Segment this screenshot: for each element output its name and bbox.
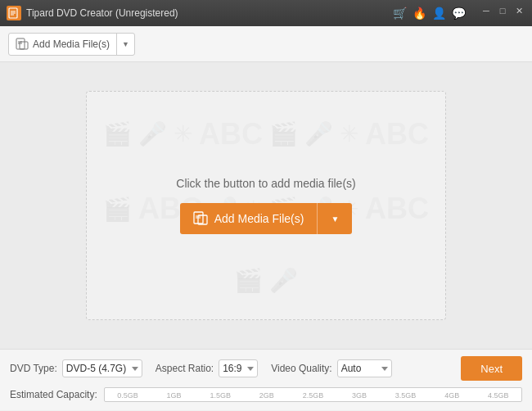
tick-1gb: 1GB: [151, 391, 197, 400]
dvd-type-select[interactable]: DVD-5 (4.7G) DVD-9 (8.5G): [62, 359, 142, 377]
dvd-type-label: DVD Type:: [10, 363, 57, 374]
drop-zone-dropdown-arrow[interactable]: ▼: [331, 215, 339, 224]
bottom-controls: DVD Type: DVD-5 (4.7G) DVD-9 (8.5G) Aspe…: [0, 349, 532, 410]
user-icon[interactable]: 👤: [431, 5, 447, 21]
aspect-ratio-select[interactable]: 16:9 4:3: [219, 359, 258, 377]
tick-4.5gb: 4.5GB: [475, 391, 521, 400]
tick-2.5gb: 2.5GB: [290, 391, 336, 400]
titlebar: Tipard DVD Creator (Unregistered) 🛒 🔥 👤 …: [0, 0, 532, 26]
video-quality-label: Video Quality:: [271, 363, 332, 374]
flame-icon[interactable]: 🔥: [411, 5, 427, 21]
tick-1.5gb: 1.5GB: [197, 391, 244, 400]
tick-0.5gb: 0.5GB: [105, 391, 151, 400]
tick-3gb: 3GB: [336, 391, 383, 400]
next-button[interactable]: Next: [461, 356, 522, 381]
maximize-button[interactable]: □: [496, 5, 509, 16]
capacity-row: Estimated Capacity: 0.5GB 1GB 1.5GB 2GB …: [10, 387, 522, 402]
aspect-ratio-label: Aspect Ratio:: [156, 363, 214, 374]
drop-zone: 🎬🎤✳ABC🎬🎤✳ ABC🎬ABC 🎤✳🎬🎤 ✳ABC🎬🎤 Click the …: [86, 91, 446, 320]
drop-zone-add-label: Add Media File(s): [214, 212, 304, 225]
drop-prompt-text: Click the button to add media file(s): [176, 177, 355, 190]
main-content: 🎬🎤✳ABC🎬🎤✳ ABC🎬ABC 🎤✳🎬🎤 ✳ABC🎬🎤 Click the …: [0, 62, 532, 349]
btn-divider: [317, 203, 318, 234]
tick-4gb: 4GB: [429, 391, 476, 400]
add-media-file-button[interactable]: Add Media File(s) ▼: [8, 33, 135, 56]
titlebar-controls: 🛒 🔥 👤 💬 ─ □ ✕: [391, 5, 525, 21]
chat-icon[interactable]: 💬: [450, 5, 467, 21]
close-button[interactable]: ✕: [512, 5, 525, 16]
tick-3.5gb: 3.5GB: [382, 391, 429, 400]
video-quality-select[interactable]: Auto High Medium Low: [337, 359, 392, 377]
minimize-button[interactable]: ─: [480, 5, 493, 16]
add-media-main[interactable]: Add Media File(s): [9, 34, 117, 55]
drop-zone-media-icon: [193, 211, 208, 226]
svg-rect-5: [20, 42, 28, 49]
add-media-dropdown-arrow[interactable]: ▼: [117, 34, 134, 55]
aspect-ratio-group: Aspect Ratio: 16:9 4:3: [156, 359, 258, 377]
video-quality-group: Video Quality: Auto High Medium Low: [271, 359, 392, 377]
app-logo: [7, 6, 21, 20]
add-media-label: Add Media File(s): [33, 38, 110, 50]
dvd-type-group: DVD Type: DVD-5 (4.7G) DVD-9 (8.5G): [10, 359, 142, 377]
tick-2gb: 2GB: [244, 391, 291, 400]
controls-row: DVD Type: DVD-5 (4.7G) DVD-9 (8.5G) Aspe…: [10, 356, 522, 381]
app-title: Tipard DVD Creator (Unregistered): [26, 7, 178, 19]
capacity-label: Estimated Capacity:: [10, 389, 97, 400]
capacity-bar: 0.5GB 1GB 1.5GB 2GB 2.5GB 3GB 3.5GB 4GB …: [104, 387, 522, 402]
cart-icon[interactable]: 🛒: [391, 5, 408, 21]
media-file-icon: [16, 38, 29, 51]
titlebar-left: Tipard DVD Creator (Unregistered): [7, 6, 178, 20]
capacity-ticks: 0.5GB 1GB 1.5GB 2GB 2.5GB 3GB 3.5GB 4GB …: [105, 388, 521, 401]
toolbar: Add Media File(s) ▼: [0, 26, 532, 62]
drop-zone-add-button[interactable]: Add Media File(s) ▼: [180, 203, 353, 234]
